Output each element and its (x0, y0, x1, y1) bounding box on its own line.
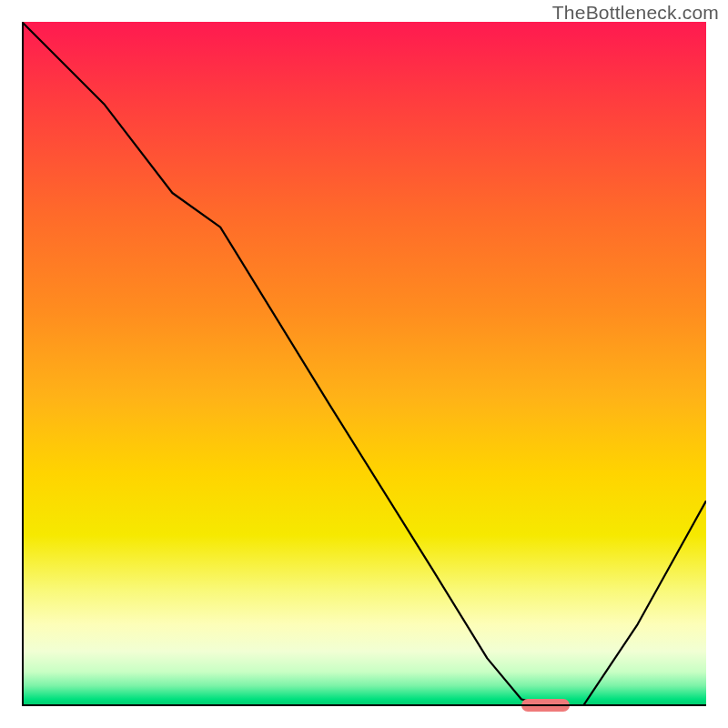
watermark-text: TheBottleneck.com (552, 2, 719, 24)
bottleneck-curve-path (22, 22, 706, 706)
x-axis (22, 704, 706, 706)
chart-container: TheBottleneck.com (0, 0, 728, 728)
plot-area (22, 22, 706, 706)
curve-svg (22, 22, 706, 706)
y-axis (22, 22, 24, 706)
